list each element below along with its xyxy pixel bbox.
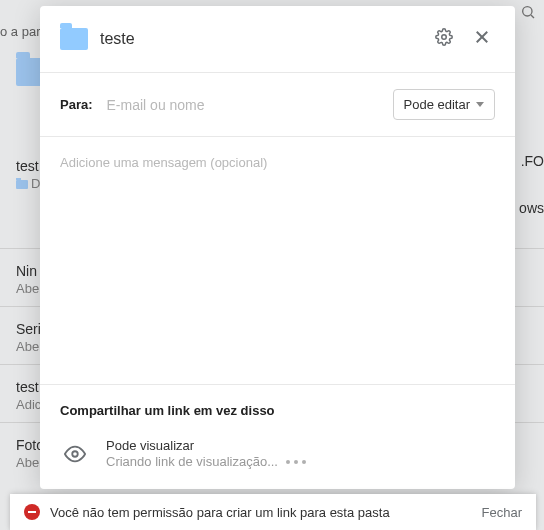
link-row: Pode visualizar Criando link de visualiz…: [60, 438, 495, 469]
toast-close-button[interactable]: Fechar: [482, 505, 522, 520]
link-section-title: Compartilhar um link em vez disso: [60, 403, 495, 418]
modal-header: teste: [40, 6, 515, 72]
view-permission-title: Pode visualizar: [106, 438, 306, 453]
toast-message: Você não tem permissão para criar um lin…: [50, 505, 472, 520]
close-icon[interactable]: [469, 24, 495, 54]
view-status: Criando link de visualização...: [106, 454, 306, 469]
share-modal: teste Para: Pode editar Adicione uma men…: [40, 6, 515, 489]
folder-icon: [60, 28, 88, 50]
svg-point-5: [72, 451, 78, 457]
error-toast: Você não tem permissão para criar um lin…: [10, 494, 536, 530]
message-textarea[interactable]: Adicione uma mensagem (opcional): [40, 137, 515, 384]
permission-label: Pode editar: [404, 97, 471, 112]
modal-title: teste: [100, 30, 419, 48]
error-icon: [24, 504, 40, 520]
chevron-down-icon: [476, 102, 484, 107]
to-label: Para:: [60, 97, 93, 112]
recipient-input[interactable]: [107, 97, 379, 113]
svg-point-2: [442, 35, 447, 40]
link-info: Pode visualizar Criando link de visualiz…: [106, 438, 306, 469]
recipient-row: Para: Pode editar: [40, 73, 515, 136]
loading-dots-icon: [286, 460, 306, 464]
permission-dropdown[interactable]: Pode editar: [393, 89, 496, 120]
link-section: Compartilhar um link em vez disso Pode v…: [40, 385, 515, 489]
message-placeholder: Adicione uma mensagem (opcional): [60, 155, 495, 170]
eye-icon: [60, 443, 90, 465]
gear-icon[interactable]: [431, 24, 457, 54]
